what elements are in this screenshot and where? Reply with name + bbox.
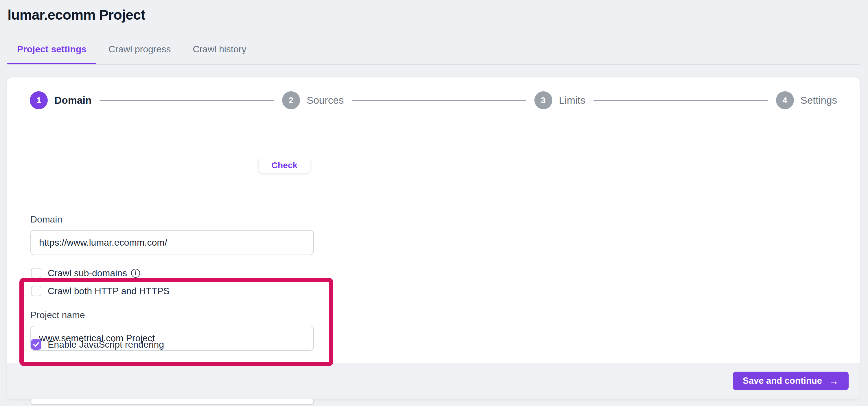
step-3-label: Limits [559,95,585,106]
crawl-subdomains-row: Crawl sub-domains i [31,268,140,278]
check-domain-button[interactable]: Check [258,157,310,173]
project-name-field-label: Project name [30,310,85,320]
tab-crawl-history[interactable]: Crawl history [183,40,256,65]
info-icon[interactable]: i [131,269,140,278]
checkmark-icon [32,341,40,348]
step-4-label: Settings [801,95,837,106]
project-settings-page: lumar.ecomm Project Project settings Cra… [0,0,868,406]
tab-bar: Project settings Crawl progress Crawl hi… [7,40,256,65]
step-settings[interactable]: 4 Settings [776,91,837,109]
step-sources[interactable]: 2 Sources [282,91,344,109]
arrow-right-icon: → [829,376,839,386]
card-footer: Save and continue → [7,363,860,399]
step-connector [593,100,768,101]
step-connector [99,100,274,101]
settings-card: 1 Domain 2 Sources 3 Limits 4 Settings D… [7,77,860,399]
step-4-circle: 4 [776,91,794,109]
crawl-http-https-label: Crawl both HTTP and HTTPS [48,286,169,297]
js-rendering-label: Enable JavaScript rendering [48,339,164,350]
crawl-subdomains-label: Crawl sub-domains [48,268,127,278]
domain-input[interactable] [30,230,314,255]
tabs-divider [7,64,860,65]
tab-project-settings[interactable]: Project settings [7,40,96,65]
js-rendering-row: Enable JavaScript rendering [31,339,164,350]
step-connector [352,100,526,101]
page-title: lumar.ecomm Project [7,6,145,24]
crawl-http-https-checkbox[interactable] [31,286,41,296]
tab-crawl-progress[interactable]: Crawl progress [99,40,181,65]
step-2-circle: 2 [282,91,300,109]
domain-field-label: Domain [30,214,62,225]
save-button-label: Save and continue [743,376,822,386]
step-1-circle: 1 [30,91,48,109]
step-2-label: Sources [307,95,344,106]
save-and-continue-button[interactable]: Save and continue → [733,372,848,390]
step-3-circle: 3 [534,91,552,109]
wizard-stepper: 1 Domain 2 Sources 3 Limits 4 Settings [7,77,860,124]
crawl-subdomains-checkbox[interactable] [31,268,41,278]
step-limits[interactable]: 3 Limits [534,91,585,109]
step-1-label: Domain [54,95,91,106]
js-rendering-checkbox[interactable] [31,339,41,350]
crawl-http-https-row: Crawl both HTTP and HTTPS [31,285,169,297]
step-domain[interactable]: 1 Domain [30,91,91,109]
